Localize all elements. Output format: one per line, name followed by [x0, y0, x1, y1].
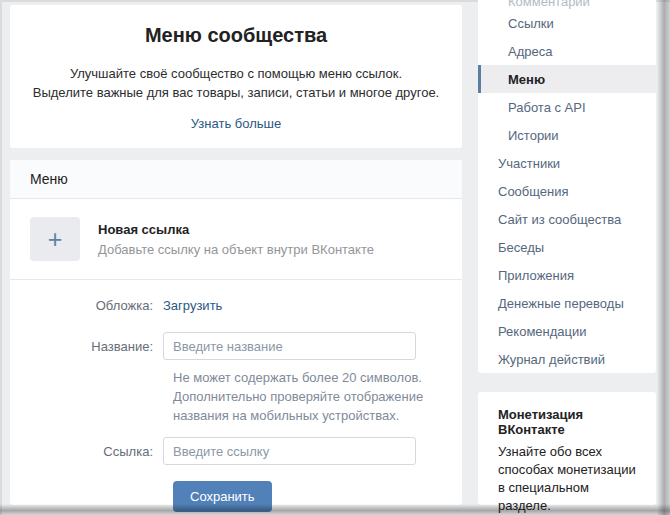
sidebar-item-label: Приложения: [498, 268, 574, 283]
sidebar-item[interactable]: Рекомендации: [478, 317, 656, 345]
monetization-title: Монетизация ВКонтакте: [498, 407, 636, 437]
sidebar-item[interactable]: Истории: [478, 121, 656, 149]
page: Меню сообщества Улучшайте своё сообществ…: [0, 0, 670, 515]
page-title: Меню сообщества: [10, 5, 462, 47]
button-row: Сохранить: [173, 478, 442, 512]
link-input[interactable]: [163, 437, 416, 465]
promo-card: Меню сообщества Улучшайте своё сообществ…: [10, 5, 462, 148]
sidebar-item[interactable]: Журнал действий: [478, 345, 656, 373]
sidebar-item[interactable]: Адреса: [478, 37, 656, 65]
sidebar-item[interactable]: Сообщения: [478, 177, 656, 205]
sidebar-item-label: Ссылки: [508, 16, 554, 31]
new-link-title: Новая ссылка: [98, 222, 374, 237]
learn-more-link[interactable]: Узнать больше: [191, 116, 281, 131]
section-header: Меню: [10, 160, 462, 199]
save-button[interactable]: Сохранить: [173, 481, 272, 512]
sidebar: Комментарии Ссылки Адреса Меню: [478, 5, 656, 505]
sidebar-item[interactable]: Участники: [478, 149, 656, 177]
sidebar-item[interactable]: Комментарии: [478, 0, 656, 9]
sidebar-item-label: Меню: [508, 72, 545, 87]
settings-nav: Комментарии Ссылки Адреса Меню: [478, 0, 656, 373]
link-label: Ссылка:: [30, 444, 163, 459]
sidebar-item[interactable]: Приложения: [478, 261, 656, 289]
sidebar-item-label: Истории: [508, 128, 559, 143]
plus-icon: +: [48, 227, 63, 252]
sidebar-item-label: Комментарии: [508, 0, 590, 9]
sidebar-item-label: Участники: [498, 156, 560, 171]
sidebar-item[interactable]: Ссылки: [478, 9, 656, 37]
sidebar-item-label: Рекомендации: [498, 324, 587, 339]
link-row: Ссылка:: [30, 437, 442, 465]
name-row: Название:: [30, 332, 442, 360]
new-link-description: Добавьте ссылку на объект внутри ВКонтак…: [98, 242, 374, 257]
window-edge-shadow-right: [657, 0, 670, 515]
monetization-text: Узнайте обо всех способах монетизации в …: [498, 443, 636, 515]
sidebar-item-label: Денежные переводы: [498, 296, 624, 311]
sidebar-item-label: Беседы: [498, 240, 544, 255]
monetization-card: Монетизация ВКонтакте Узнайте обо всех с…: [478, 392, 656, 505]
sidebar-item-label: Сообщения: [498, 184, 569, 199]
sidebar-item-label: Журнал действий: [498, 352, 605, 367]
sidebar-item[interactable]: Работа с API: [478, 93, 656, 121]
name-hint: Не может содержать более 20 символов. До…: [173, 368, 442, 425]
sidebar-item[interactable]: Беседы: [478, 233, 656, 261]
sidebar-item[interactable]: Денежные переводы: [478, 289, 656, 317]
sidebar-item-label: Адреса: [508, 44, 552, 59]
main-content: Меню сообщества Улучшайте своё сообществ…: [10, 5, 462, 505]
sidebar-item[interactable]: Сайт из сообщества: [478, 205, 656, 233]
cover-row: Обложка: Загрузить: [30, 298, 442, 313]
menu-section-card: Меню + Новая ссылка Добавьте ссылку на о…: [10, 160, 462, 505]
name-label: Название:: [30, 339, 163, 354]
add-link-button[interactable]: +: [30, 217, 80, 261]
cover-label: Обложка:: [30, 298, 163, 313]
sidebar-item[interactable]: Меню: [478, 65, 656, 93]
new-link-text: Новая ссылка Добавьте ссылку на объект в…: [98, 222, 374, 257]
link-form: Обложка: Загрузить Название: Не может со…: [10, 280, 462, 512]
name-input[interactable]: [163, 332, 416, 360]
sidebar-item-label: Работа с API: [508, 100, 586, 115]
promo-description: Улучшайте своё сообщество с помощью меню…: [10, 64, 462, 102]
upload-cover-link[interactable]: Загрузить: [163, 298, 222, 313]
sidebar-item-label: Сайт из сообщества: [498, 212, 621, 227]
new-link-row[interactable]: + Новая ссылка Добавьте ссылку на объект…: [10, 199, 462, 280]
